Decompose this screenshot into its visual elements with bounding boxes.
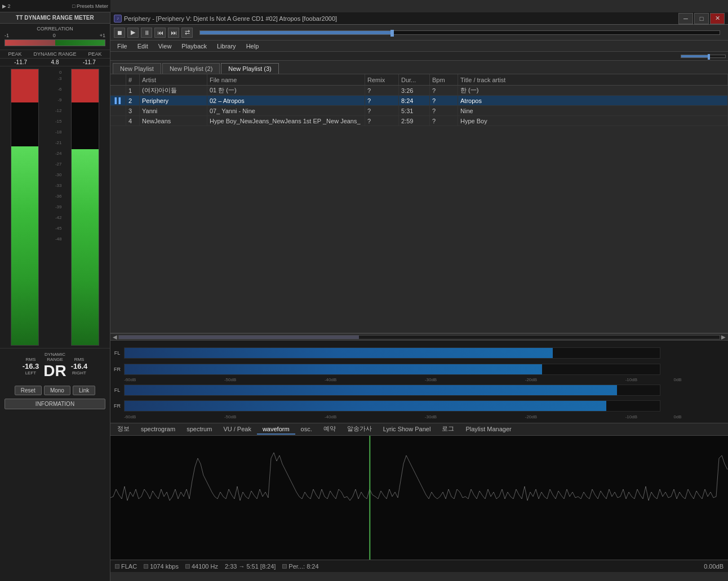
vu-scroll-right[interactable]: ▶: [720, 334, 727, 340]
right-meter-bar: [71, 69, 99, 346]
seek-bar[interactable]: [199, 30, 720, 35]
col-dur-header: Dur...: [399, 74, 430, 85]
table-row[interactable]: ▐▐ 2 Periphery 02 – Atropos ? 8:24 ? Atr…: [110, 96, 728, 106]
pause-button[interactable]: ⏸: [141, 28, 152, 38]
tab-spectrogram[interactable]: spectrogram: [135, 424, 181, 435]
menu-edit[interactable]: Edit: [133, 42, 153, 50]
duration-3: 5:31: [399, 106, 430, 115]
playlist-tab-1[interactable]: New Playlist: [113, 63, 161, 74]
rms-right-val: -16.4: [71, 362, 88, 370]
foobar-titlebar: ♪ Periphery - [Periphery V: Djent Is Not…: [110, 12, 728, 25]
menu-view[interactable]: View: [154, 42, 176, 50]
tab-spectrum[interactable]: spectrum: [181, 424, 217, 435]
link-button[interactable]: Link: [73, 386, 95, 395]
foobar-panel: ♪ Periphery - [Periphery V: Djent Is Not…: [110, 12, 728, 581]
col-remix-header: Remix: [365, 74, 399, 85]
db-scale: 0 -3 -6 -9 -12 -15 -18 -21 -24 -27 -30 -…: [47, 69, 63, 328]
playlist-tab-2[interactable]: New Playlist (2): [162, 63, 220, 74]
samplerate-icon: [185, 564, 190, 569]
playing-icon-2: ▐▐: [110, 96, 126, 105]
bitrate-icon: [144, 564, 148, 569]
foobar-app-icon: ♪: [114, 15, 122, 23]
vu-scale-row-2: -60dB -50dB -40dB -30dB -20dB -10dB 0dB: [124, 414, 728, 419]
menu-file[interactable]: File: [113, 42, 132, 50]
tab-waveform[interactable]: waveform: [257, 424, 295, 435]
rms-left-label: RMS: [23, 357, 39, 362]
vu-scroll-track[interactable]: [118, 335, 720, 339]
scale-40: -40dB: [325, 377, 425, 382]
playlist-tab-3[interactable]: New Playlist (3): [221, 63, 278, 74]
presets-meter-label: □ Presets Meter: [72, 3, 108, 9]
scale-0: 0dB: [673, 377, 681, 382]
table-row[interactable]: 3 Yanni 07_ Yanni - Nine ? 5:31 ? Nine: [110, 106, 728, 116]
random-button[interactable]: ⇄: [181, 28, 193, 38]
table-row[interactable]: 1 (여자)아이들 01 한 (一) ? 3:26 ? 한 (一): [110, 86, 728, 96]
duration-1: 3:26: [399, 86, 430, 95]
volume-bar[interactable]: [681, 55, 726, 58]
dr-logo-block: DYNAMICRANGE DR: [43, 352, 66, 380]
vu-scrollbar: ◀ ▶: [110, 334, 728, 341]
dr-sub-label: DYNAMICRANGE: [43, 352, 66, 362]
tab-info[interactable]: 정보: [112, 423, 135, 435]
vu-fl-bar-2: [124, 385, 660, 396]
vu-fl-label-2: FL: [110, 387, 124, 393]
seek-fill: [200, 31, 392, 34]
next-button[interactable]: ⏭: [168, 28, 179, 38]
tab-log[interactable]: 로그: [436, 423, 460, 435]
vu-fr-bar-2: [124, 400, 660, 412]
minimize-button[interactable]: ─: [678, 13, 693, 24]
waveform-section: [110, 436, 728, 560]
tab-osc[interactable]: osc.: [295, 424, 318, 435]
vu-scroll-left[interactable]: ◀: [112, 334, 118, 340]
scale2-20: -20dB: [525, 414, 625, 419]
scale2-40: -40dB: [325, 414, 425, 419]
vu-fl-row-2: FL: [110, 382, 728, 398]
status-volume: 0.00dB: [704, 563, 723, 570]
tab-vu-peak[interactable]: VU / Peak: [217, 424, 257, 435]
correlation-scale: -1 0 +1: [2, 33, 108, 38]
vu-fr-bar-1: [124, 364, 660, 375]
dr-meter-panel: TT DYNAMIC RANGE METER CORRELATION -1 0 …: [0, 12, 110, 581]
arrow-label: →: [238, 563, 245, 570]
dr-center-label: DYNAMIC RANGE: [33, 51, 76, 57]
stop-button[interactable]: ⏹: [114, 28, 125, 38]
play-button[interactable]: ▶: [127, 28, 139, 38]
menu-library[interactable]: Library: [212, 42, 241, 50]
tab-lyric-show[interactable]: Lyric Show Panel: [378, 424, 437, 435]
tab-schedule[interactable]: 예약: [318, 423, 341, 435]
tab-lyrics-k[interactable]: 알송가사: [341, 423, 378, 435]
artist-2: Periphery: [140, 96, 207, 105]
tab-playlist-manager[interactable]: Playlist Manager: [460, 424, 517, 435]
vu-scale-row-1: -60dB -50dB -40dB -30dB -20dB -10dB 0dB: [124, 377, 728, 382]
restore-button[interactable]: □: [694, 13, 709, 24]
status-format: FLAC: [115, 563, 137, 570]
format-label: FLAC: [121, 563, 137, 570]
menu-playback[interactable]: Playback: [177, 42, 211, 50]
table-row[interactable]: 4 NewJeans Hype Boy_NewJeans_NewJeans 1s…: [110, 116, 728, 126]
vu-fl-row-1: FL: [110, 345, 728, 361]
title-1: 한 (一): [458, 86, 728, 95]
reset-button[interactable]: Reset: [15, 386, 42, 395]
rms-right-ch: RIGHT: [71, 370, 88, 376]
mono-button[interactable]: Mono: [44, 386, 70, 395]
remix-2: ?: [365, 96, 399, 105]
prev-button[interactable]: ⏮: [154, 28, 166, 38]
playlist-empty-area: [110, 221, 728, 333]
peak-left-val: -11.7: [14, 59, 27, 65]
menu-help[interactable]: Help: [242, 42, 264, 50]
svg-rect-0: [110, 436, 728, 560]
dr-val: 4.8: [51, 59, 59, 65]
volume-thumb: [708, 54, 710, 60]
artist-1: (여자)아이들: [140, 86, 207, 95]
scale-50: -50dB: [224, 377, 325, 382]
scale2-30: -30dB: [425, 414, 525, 419]
volume-fill: [681, 55, 708, 57]
title-4: Hype Boy: [458, 116, 728, 126]
close-button[interactable]: ✕: [710, 13, 725, 24]
information-button[interactable]: INFORMATION: [5, 399, 105, 409]
left-meter: [2, 69, 47, 346]
scale2-60: -60dB: [124, 414, 224, 419]
vu-fr-row-1: FR: [110, 361, 728, 377]
vu-scroll-thumb: [119, 336, 359, 339]
correlation-bar: [5, 39, 105, 46]
